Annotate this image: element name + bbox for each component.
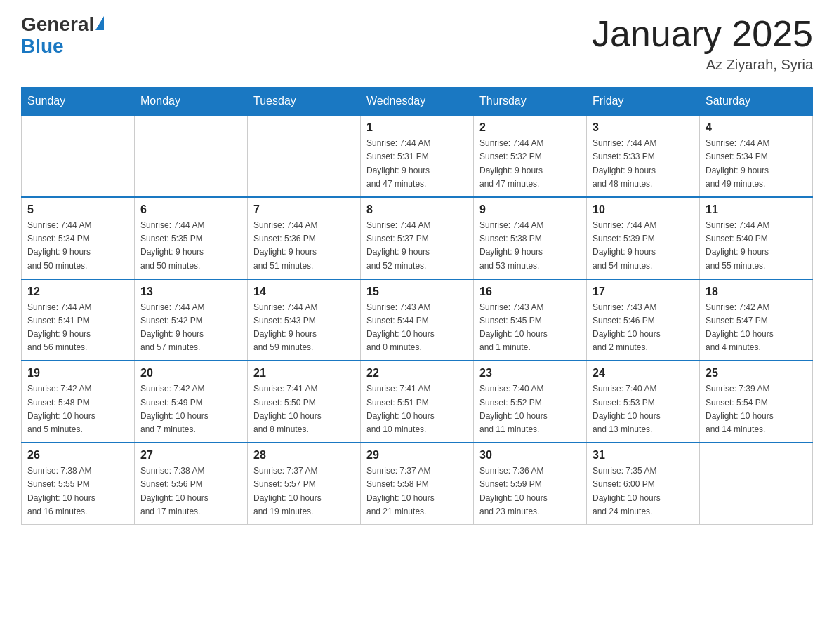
day-info: Sunrise: 7:44 AM Sunset: 5:39 PM Dayligh… (593, 219, 694, 273)
week-row-3: 12Sunrise: 7:44 AM Sunset: 5:41 PM Dayli… (22, 279, 813, 361)
calendar-cell: 16Sunrise: 7:43 AM Sunset: 5:45 PM Dayli… (474, 279, 587, 361)
day-info: Sunrise: 7:41 AM Sunset: 5:50 PM Dayligh… (253, 382, 355, 436)
day-info: Sunrise: 7:36 AM Sunset: 5:59 PM Dayligh… (479, 464, 581, 518)
day-info: Sunrise: 7:42 AM Sunset: 5:48 PM Dayligh… (27, 382, 128, 436)
calendar-cell (248, 115, 361, 197)
calendar-cell: 4Sunrise: 7:44 AM Sunset: 5:34 PM Daylig… (700, 115, 813, 197)
calendar-cell (135, 115, 248, 197)
calendar-cell: 18Sunrise: 7:42 AM Sunset: 5:47 PM Dayli… (700, 279, 813, 361)
day-info: Sunrise: 7:44 AM Sunset: 5:35 PM Dayligh… (140, 219, 241, 273)
calendar-cell: 28Sunrise: 7:37 AM Sunset: 5:57 PM Dayli… (248, 443, 361, 524)
day-info: Sunrise: 7:44 AM Sunset: 5:36 PM Dayligh… (253, 219, 355, 273)
calendar-cell: 5Sunrise: 7:44 AM Sunset: 5:34 PM Daylig… (22, 197, 135, 279)
calendar-cell: 12Sunrise: 7:44 AM Sunset: 5:41 PM Dayli… (22, 279, 135, 361)
calendar-cell: 14Sunrise: 7:44 AM Sunset: 5:43 PM Dayli… (248, 279, 361, 361)
col-header-tuesday: Tuesday (248, 88, 361, 116)
day-number: 25 (706, 367, 807, 380)
day-number: 31 (593, 449, 694, 462)
week-row-1: 1Sunrise: 7:44 AM Sunset: 5:31 PM Daylig… (22, 115, 813, 197)
day-info: Sunrise: 7:44 AM Sunset: 5:40 PM Dayligh… (706, 219, 807, 273)
col-header-sunday: Sunday (22, 88, 135, 116)
day-info: Sunrise: 7:44 AM Sunset: 5:33 PM Dayligh… (593, 137, 694, 191)
day-info: Sunrise: 7:43 AM Sunset: 5:46 PM Dayligh… (593, 301, 694, 355)
logo: General Blue (21, 14, 104, 58)
day-info: Sunrise: 7:40 AM Sunset: 5:52 PM Dayligh… (479, 382, 581, 436)
calendar-cell: 1Sunrise: 7:44 AM Sunset: 5:31 PM Daylig… (361, 115, 474, 197)
day-number: 26 (27, 449, 128, 462)
calendar-cell: 2Sunrise: 7:44 AM Sunset: 5:32 PM Daylig… (474, 115, 587, 197)
calendar-cell: 22Sunrise: 7:41 AM Sunset: 5:51 PM Dayli… (361, 361, 474, 443)
day-info: Sunrise: 7:42 AM Sunset: 5:49 PM Dayligh… (140, 382, 241, 436)
day-info: Sunrise: 7:37 AM Sunset: 5:58 PM Dayligh… (366, 464, 468, 518)
calendar-cell: 6Sunrise: 7:44 AM Sunset: 5:35 PM Daylig… (135, 197, 248, 279)
week-row-4: 19Sunrise: 7:42 AM Sunset: 5:48 PM Dayli… (22, 361, 813, 443)
day-info: Sunrise: 7:38 AM Sunset: 5:56 PM Dayligh… (140, 464, 241, 518)
day-number: 11 (706, 203, 807, 216)
calendar-table: SundayMondayTuesdayWednesdayThursdayFrid… (21, 87, 813, 525)
day-number: 6 (140, 203, 241, 216)
day-number: 22 (366, 367, 468, 380)
col-header-wednesday: Wednesday (361, 88, 474, 116)
day-info: Sunrise: 7:43 AM Sunset: 5:45 PM Dayligh… (479, 301, 581, 355)
logo-general-text: General (21, 14, 94, 36)
calendar-cell: 27Sunrise: 7:38 AM Sunset: 5:56 PM Dayli… (135, 443, 248, 524)
calendar-cell: 15Sunrise: 7:43 AM Sunset: 5:44 PM Dayli… (361, 279, 474, 361)
col-header-thursday: Thursday (474, 88, 587, 116)
day-number: 21 (253, 367, 355, 380)
calendar-cell: 10Sunrise: 7:44 AM Sunset: 5:39 PM Dayli… (587, 197, 700, 279)
calendar-cell: 19Sunrise: 7:42 AM Sunset: 5:48 PM Dayli… (22, 361, 135, 443)
calendar-cell (700, 443, 813, 524)
day-info: Sunrise: 7:43 AM Sunset: 5:44 PM Dayligh… (366, 301, 468, 355)
day-info: Sunrise: 7:44 AM Sunset: 5:41 PM Dayligh… (27, 301, 128, 355)
calendar-cell: 31Sunrise: 7:35 AM Sunset: 6:00 PM Dayli… (587, 443, 700, 524)
week-row-2: 5Sunrise: 7:44 AM Sunset: 5:34 PM Daylig… (22, 197, 813, 279)
calendar-cell: 11Sunrise: 7:44 AM Sunset: 5:40 PM Dayli… (700, 197, 813, 279)
month-title: January 2025 (592, 14, 813, 54)
calendar-header-row: SundayMondayTuesdayWednesdayThursdayFrid… (22, 88, 813, 116)
calendar-cell: 17Sunrise: 7:43 AM Sunset: 5:46 PM Dayli… (587, 279, 700, 361)
calendar-cell: 9Sunrise: 7:44 AM Sunset: 5:38 PM Daylig… (474, 197, 587, 279)
day-info: Sunrise: 7:44 AM Sunset: 5:34 PM Dayligh… (706, 137, 807, 191)
week-row-5: 26Sunrise: 7:38 AM Sunset: 5:55 PM Dayli… (22, 443, 813, 524)
calendar-cell: 8Sunrise: 7:44 AM Sunset: 5:37 PM Daylig… (361, 197, 474, 279)
day-info: Sunrise: 7:44 AM Sunset: 5:43 PM Dayligh… (253, 301, 355, 355)
logo-triangle-icon (95, 16, 104, 30)
day-number: 18 (706, 286, 807, 298)
day-number: 30 (479, 449, 581, 462)
calendar-cell (22, 115, 135, 197)
logo-blue-text: Blue (21, 36, 104, 58)
day-info: Sunrise: 7:35 AM Sunset: 6:00 PM Dayligh… (593, 464, 694, 518)
day-number: 1 (366, 121, 468, 134)
calendar-cell: 29Sunrise: 7:37 AM Sunset: 5:58 PM Dayli… (361, 443, 474, 524)
day-number: 20 (140, 367, 241, 380)
day-number: 28 (253, 449, 355, 462)
day-info: Sunrise: 7:44 AM Sunset: 5:32 PM Dayligh… (479, 137, 581, 191)
day-number: 5 (27, 203, 128, 216)
calendar-cell: 25Sunrise: 7:39 AM Sunset: 5:54 PM Dayli… (700, 361, 813, 443)
day-number: 23 (479, 367, 581, 380)
day-info: Sunrise: 7:44 AM Sunset: 5:34 PM Dayligh… (27, 219, 128, 273)
day-number: 29 (366, 449, 468, 462)
page-header: General Blue January 2025 Az Ziyarah, Sy… (21, 14, 813, 73)
day-number: 2 (479, 121, 581, 134)
day-number: 3 (593, 121, 694, 134)
day-number: 7 (253, 203, 355, 216)
title-block: January 2025 Az Ziyarah, Syria (592, 14, 813, 73)
day-info: Sunrise: 7:44 AM Sunset: 5:31 PM Dayligh… (366, 137, 468, 191)
location-text: Az Ziyarah, Syria (592, 57, 813, 73)
day-number: 12 (27, 286, 128, 298)
col-header-monday: Monday (135, 88, 248, 116)
day-number: 9 (479, 203, 581, 216)
day-number: 19 (27, 367, 128, 380)
calendar-cell: 30Sunrise: 7:36 AM Sunset: 5:59 PM Dayli… (474, 443, 587, 524)
day-info: Sunrise: 7:44 AM Sunset: 5:38 PM Dayligh… (479, 219, 581, 273)
calendar-cell: 23Sunrise: 7:40 AM Sunset: 5:52 PM Dayli… (474, 361, 587, 443)
day-number: 24 (593, 367, 694, 380)
day-info: Sunrise: 7:39 AM Sunset: 5:54 PM Dayligh… (706, 382, 807, 436)
day-number: 13 (140, 286, 241, 298)
day-number: 15 (366, 286, 468, 298)
calendar-cell: 24Sunrise: 7:40 AM Sunset: 5:53 PM Dayli… (587, 361, 700, 443)
day-info: Sunrise: 7:41 AM Sunset: 5:51 PM Dayligh… (366, 382, 468, 436)
calendar-cell: 3Sunrise: 7:44 AM Sunset: 5:33 PM Daylig… (587, 115, 700, 197)
col-header-friday: Friday (587, 88, 700, 116)
